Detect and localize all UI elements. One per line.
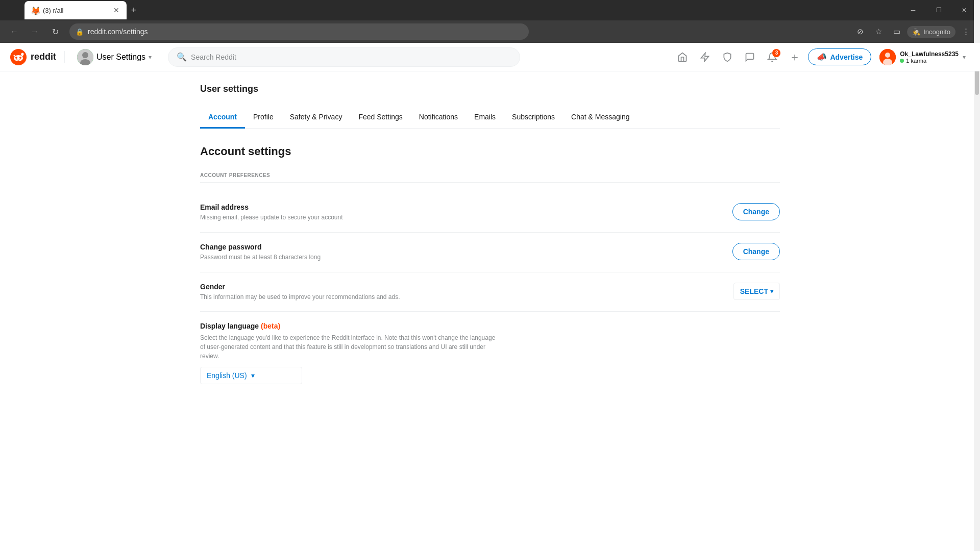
browser-tab-active[interactable]: 🦊 (3) r/all ✕ [24,1,127,19]
cast-icon-button[interactable]: ⊘ [852,23,868,40]
password-setting-desc: Password must be at least 8 characters l… [200,253,506,262]
forward-button[interactable]: → [27,23,43,40]
beta-badge: (beta) [261,322,280,330]
email-setting-row: Email address Missing email, please upda… [200,193,780,233]
password-setting-row: Change password Password must be at leas… [200,233,780,272]
reddit-logo-icon [10,49,27,65]
tab-feed[interactable]: Feed Settings [350,107,410,129]
chat-icon-button[interactable] [741,48,759,66]
page-title: User settings [200,84,780,94]
popular-icon-button[interactable] [696,48,714,66]
window-controls: ─ ❐ ✕ [901,0,976,20]
gender-select-label: SELECT [740,287,768,295]
advertise-label: Advertise [830,53,863,61]
tab-title: (3) r/all [43,7,108,14]
language-label: English (US) [207,371,247,380]
gender-select-dropdown[interactable]: SELECT ▾ [733,283,780,300]
user-menu[interactable]: Ok_Lawfulness5235 1 karma ▾ [875,47,970,67]
browser-tab-bar: 🦊 (3) r/all ✕ + ─ ❐ ✕ [0,0,980,20]
url-text: reddit.com/settings [88,28,523,36]
password-change-button[interactable]: Change [732,243,780,260]
svg-point-8 [82,52,88,58]
header-divider [64,51,65,63]
tab-notifications[interactable]: Notifications [411,107,466,129]
password-setting-action: Change [732,243,780,260]
tab-subscriptions[interactable]: Subscriptions [504,107,563,129]
reddit-wordmark: reddit [31,52,56,62]
reddit-header: reddit User Settings ▾ 🔍 Search Reddit [0,43,980,71]
search-container: 🔍 Search Reddit [168,47,520,67]
email-change-button[interactable]: Change [732,203,780,220]
gender-setting-info: Gender This information may be used to i… [200,283,506,302]
karma-dot [900,59,904,63]
search-bar[interactable]: 🔍 Search Reddit [168,47,520,67]
back-button[interactable]: ← [6,23,22,40]
gender-setting-row: Gender This information may be used to i… [200,272,780,312]
email-setting-name: Email address [200,203,506,211]
user-menu-arrow: ▾ [963,54,966,61]
scrollbar-track[interactable] [974,0,980,543]
svg-point-5 [14,55,15,56]
gender-select-arrow: ▾ [770,288,773,295]
minimize-button[interactable]: ─ [901,0,925,20]
gender-setting-name: Gender [200,283,506,291]
megaphone-icon: 📣 [817,52,827,62]
shield-icon-button[interactable] [718,48,737,66]
advertise-button[interactable]: 📣 Advertise [808,48,871,65]
svg-point-2 [15,57,17,59]
bookmark-button[interactable]: ☆ [870,23,887,40]
new-tab-button[interactable]: + [127,3,141,17]
incognito-icon: 🕵 [912,28,920,36]
svg-point-11 [885,53,890,58]
close-button[interactable]: ✕ [952,0,976,20]
header-actions: 3 ＋ 📣 Advertise Ok_Lawfulness5235 [673,47,970,67]
display-language-row: Display language (beta) Select the langu… [200,312,780,394]
sidebar-button[interactable]: ▭ [889,23,905,40]
user-settings-label: User Settings [96,53,145,62]
incognito-label: Incognito [923,28,950,36]
section-label: ACCOUNT PREFERENCES [200,172,780,183]
tab-favicon: 🦊 [31,6,39,14]
svg-point-3 [19,57,21,59]
extensions-button[interactable]: ⋮ [958,23,974,40]
user-info: Ok_Lawfulness5235 1 karma [900,51,959,64]
tab-close-button[interactable]: ✕ [112,5,120,15]
svg-point-6 [22,55,23,56]
search-placeholder: Search Reddit [191,53,236,61]
tab-emails[interactable]: Emails [466,107,504,129]
email-setting-action: Change [732,203,780,220]
incognito-badge[interactable]: 🕵 Incognito [907,26,955,38]
email-setting-info: Email address Missing email, please upda… [200,203,506,222]
user-settings-dropdown[interactable]: User Settings ▾ [73,47,156,67]
display-language-name: Display language (beta) [200,322,780,330]
restore-button[interactable]: ❐ [927,0,950,20]
display-language-desc: Select the language you'd like to experi… [200,333,496,361]
notifications-icon-button[interactable]: 3 [763,48,781,66]
create-post-button[interactable]: ＋ [786,48,804,66]
home-icon-button[interactable] [673,48,692,66]
tab-account[interactable]: Account [200,107,245,129]
user-settings-dropdown-arrow: ▾ [149,54,152,61]
user-settings-avatar [77,49,93,65]
language-select-dropdown[interactable]: English (US) ▾ [200,367,302,384]
search-icon: 🔍 [177,52,187,62]
karma-count: 1 karma [906,58,926,64]
password-setting-info: Change password Password must be at leas… [200,243,506,262]
password-setting-name: Change password [200,243,506,251]
refresh-button[interactable]: ↻ [47,23,63,40]
address-bar[interactable]: 🔒 reddit.com/settings [69,23,529,40]
display-language-label: Display language [200,322,259,330]
language-dropdown-arrow: ▾ [251,371,255,380]
notification-badge: 3 [772,49,780,57]
browser-toolbar: ← → ↻ 🔒 reddit.com/settings ⊘ ☆ ▭ 🕵 Inco… [0,20,980,43]
reddit-logo[interactable]: reddit [10,49,56,65]
email-setting-desc: Missing email, please update to secure y… [200,213,506,222]
browser-window: 🦊 (3) r/all ✕ + ─ ❐ ✕ ← → ↻ 🔒 reddit.com… [0,0,980,543]
tab-safety[interactable]: Safety & Privacy [282,107,351,129]
tab-profile[interactable]: Profile [245,107,282,129]
lock-icon: 🔒 [76,28,84,36]
karma-row: 1 karma [900,58,959,64]
section-title: Account settings [200,145,780,158]
username: Ok_Lawfulness5235 [900,51,959,58]
tab-chat[interactable]: Chat & Messaging [563,107,638,129]
